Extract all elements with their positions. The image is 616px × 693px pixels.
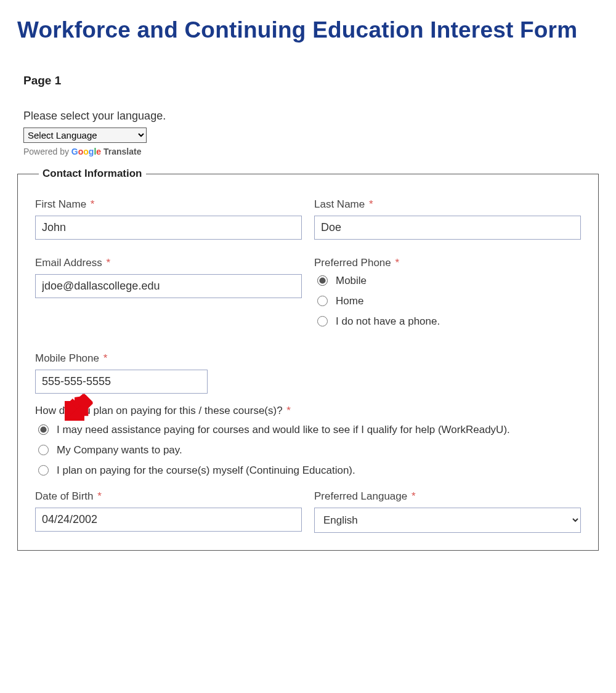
page-number-label: Page 1 (23, 74, 599, 87)
payment-company-radio[interactable] (38, 445, 49, 455)
payment-company-radio-label: My Company wants to pay. (57, 444, 182, 458)
payment-self-radio-label: I plan on paying for the course(s) mysel… (57, 464, 355, 478)
preferred-language-select[interactable]: English (314, 508, 581, 533)
powered-by-label: Powered by Google Translate (23, 147, 599, 156)
contact-info-legend: Contact Information (39, 168, 146, 180)
payment-self-radio[interactable] (38, 465, 49, 476)
last-name-label: Last Name * (314, 198, 581, 211)
language-select[interactable]: Select Language (23, 128, 147, 143)
mobile-phone-input[interactable] (35, 370, 208, 394)
phone-mobile-radio-label: Mobile (336, 274, 367, 288)
email-input[interactable] (35, 274, 302, 298)
phone-mobile-radio[interactable] (317, 275, 328, 286)
phone-home-radio-label: Home (336, 294, 363, 309)
first-name-input[interactable] (35, 216, 302, 240)
dob-input[interactable] (35, 508, 302, 532)
language-prompt: Please select your language. (23, 110, 599, 123)
first-name-label: First Name * (35, 198, 302, 211)
preferred-language-label: Preferred Language * (314, 490, 581, 503)
phone-home-radio[interactable] (317, 296, 328, 306)
payment-assist-radio-label: I may need assistance paying for courses… (57, 423, 510, 437)
preferred-phone-label: Preferred Phone * (314, 257, 581, 269)
payment-question-label: How do you plan on paying for this / the… (35, 405, 581, 417)
phone-none-radio[interactable] (317, 316, 328, 326)
last-name-input[interactable] (314, 216, 581, 240)
mobile-phone-label: Mobile Phone * (35, 352, 302, 365)
email-label: Email Address * (35, 257, 302, 269)
phone-none-radio-label: I do not have a phone. (336, 315, 440, 329)
contact-info-fieldset: Contact Information First Name * Last Na… (17, 168, 599, 551)
dob-label: Date of Birth * (35, 490, 302, 503)
page-title: Workforce and Continuing Education Inter… (17, 17, 599, 43)
payment-assist-radio[interactable] (38, 424, 49, 435)
